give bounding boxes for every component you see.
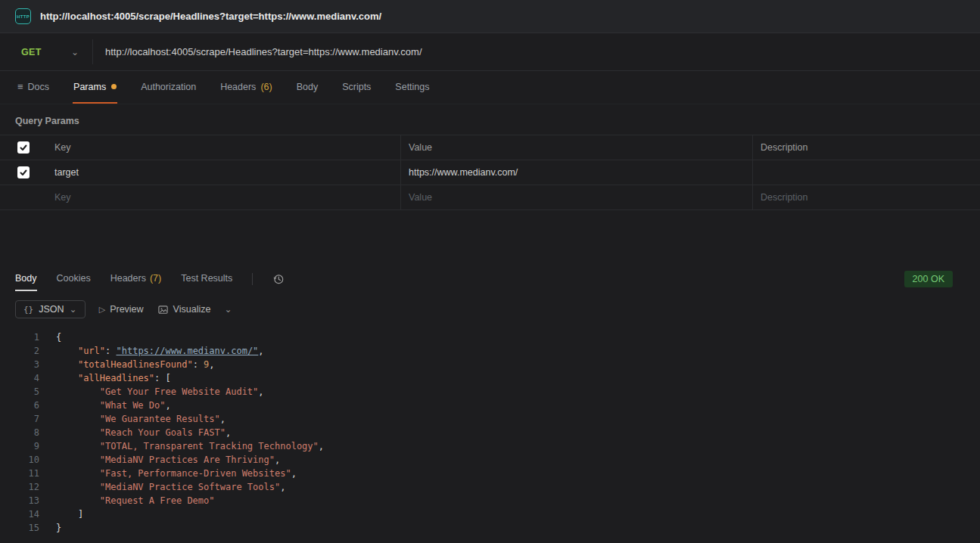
line-number: 13 [0, 494, 39, 507]
tab-test-results[interactable]: Test Results [181, 267, 232, 291]
json-punct: , [280, 482, 285, 492]
request-tabs: ≡ Docs Params Authorization Headers (6) … [0, 71, 980, 104]
tab-response-headers[interactable]: Headers (7) [110, 267, 162, 291]
menu-icon: ≡ [17, 81, 23, 92]
json-punct: , [258, 386, 263, 397]
row-checkbox[interactable] [17, 166, 30, 178]
code-lines: 1{2 "url": "https://www.medianv.com/",3 … [0, 330, 980, 535]
line-number: 9 [0, 439, 39, 453]
method-select[interactable]: GET ⌄ [0, 33, 92, 70]
code-line: 7 "We Guarantee Results", [0, 412, 980, 426]
code-line: 10 "MediaNV Practices Are Thriving", [0, 453, 980, 467]
json-punct: , [209, 359, 214, 370]
line-number: 7 [0, 412, 39, 426]
preview-button[interactable]: ▷ Preview [99, 304, 144, 315]
line-number: 3 [0, 358, 39, 371]
code-line: 5 "Get Your Free Website Audit", [0, 385, 980, 399]
param-value-field[interactable]: Value [401, 185, 753, 209]
chevron-down-icon: ⌄ [71, 48, 79, 57]
code-line: 12 "MediaNV Practice Software Tools", [0, 480, 980, 494]
line-number: 11 [0, 467, 39, 480]
table-row: target https://www.medianv.com/ [0, 160, 980, 185]
query-params-table: Key Value Description target https://www… [0, 135, 980, 210]
history-icon[interactable] [272, 273, 285, 285]
tab-response-cookies[interactable]: Cookies [57, 267, 91, 291]
json-string: "We Guarantee Results" [100, 414, 220, 424]
tab-settings[interactable]: Settings [394, 71, 430, 104]
json-string: "Request A Free Demo" [100, 495, 215, 506]
tab-label: Headers [220, 82, 256, 92]
request-title: http://localhost:4005/scrape/Headlines?t… [40, 11, 381, 22]
json-punct: , [220, 414, 226, 424]
param-key-field[interactable]: Key [47, 185, 401, 209]
json-punct: , [319, 441, 324, 451]
json-whitespace [56, 441, 100, 451]
table-new-row: Key Value Description [0, 185, 980, 210]
divider [252, 273, 253, 285]
json-punct: , [226, 427, 231, 438]
json-whitespace [56, 346, 78, 356]
line-number: 10 [0, 453, 39, 467]
response-tabs: Body Cookies Headers (7) Test Results 20… [0, 267, 980, 291]
tab-label: Settings [395, 82, 429, 92]
tab-response-body[interactable]: Body [15, 267, 37, 291]
json-whitespace [56, 386, 100, 397]
json-link[interactable]: "https://www.medianv.com/" [116, 346, 258, 356]
column-header-description: Description [753, 135, 980, 160]
format-label: JSON [39, 304, 64, 315]
line-number: 8 [0, 426, 39, 439]
json-punct: { [56, 332, 61, 343]
tab-label: Scripts [342, 82, 371, 92]
tab-docs[interactable]: ≡ Docs [17, 71, 50, 104]
json-punct: : [ [154, 373, 171, 383]
json-whitespace [56, 359, 78, 370]
param-key-field[interactable]: target [47, 160, 401, 185]
json-punct: , [258, 346, 263, 356]
json-string: "TOTAL, Transparent Tracking Technology" [100, 441, 319, 451]
json-whitespace [56, 414, 100, 424]
window-titlebar: HTTP http://localhost:4005/scrape/Headli… [0, 0, 980, 33]
tab-body[interactable]: Body [296, 71, 319, 104]
preview-label: Preview [110, 304, 143, 315]
request-bar: GET ⌄ http://localhost:4005/scrape/Headl… [0, 33, 980, 71]
param-value-field[interactable]: https://www.medianv.com/ [401, 160, 753, 185]
response-body-viewer[interactable]: 1{2 "url": "https://www.medianv.com/",3 … [0, 327, 980, 535]
app-logo-icon: HTTP [15, 8, 31, 24]
format-select[interactable]: {} JSON ⌄ [15, 300, 86, 318]
json-string: "What We Do" [100, 400, 166, 411]
code-line: 8 "Reach Your Goals FAST", [0, 426, 980, 439]
code-line: 14 ] [0, 507, 980, 521]
json-whitespace [56, 400, 100, 411]
json-string: "MediaNV Practices Are Thriving" [100, 455, 275, 465]
json-string: "Get Your Free Website Audit" [100, 386, 259, 397]
code-line: 3 "totalHeadlinesFound": 9, [0, 358, 980, 371]
tab-scripts[interactable]: Scripts [341, 71, 372, 104]
json-key: "url" [78, 346, 105, 356]
tab-authorization[interactable]: Authorization [140, 71, 197, 104]
visualize-label: Visualize [173, 304, 211, 315]
image-icon [157, 304, 169, 315]
json-whitespace [56, 509, 78, 520]
json-whitespace [56, 468, 100, 479]
chevron-down-icon[interactable]: ⌄ [224, 305, 232, 314]
line-number: 2 [0, 344, 39, 358]
url-input[interactable]: http://localhost:4005/scrape/Headlines?t… [93, 33, 980, 70]
check-icon [19, 143, 28, 152]
json-key: "totalHeadlinesFound" [78, 359, 193, 370]
braces-icon: {} [23, 305, 33, 315]
column-header-key: Key [47, 135, 401, 160]
tab-params[interactable]: Params [73, 71, 117, 104]
param-description-field[interactable] [753, 160, 980, 185]
visualize-button[interactable]: Visualize [157, 304, 211, 315]
method-label: GET [21, 47, 42, 57]
line-number: 14 [0, 507, 39, 521]
query-params-title: Query Params [15, 116, 965, 126]
json-whitespace [56, 482, 100, 492]
tab-headers[interactable]: Headers (6) [219, 71, 273, 104]
check-icon [19, 168, 28, 177]
response-toolbar: {} JSON ⌄ ▷ Preview Visualize ⌄ [15, 299, 965, 320]
tab-label: Docs [28, 82, 49, 92]
select-all-checkbox[interactable] [17, 141, 30, 154]
json-punct: , [275, 455, 280, 465]
param-description-field[interactable]: Description [753, 185, 980, 209]
